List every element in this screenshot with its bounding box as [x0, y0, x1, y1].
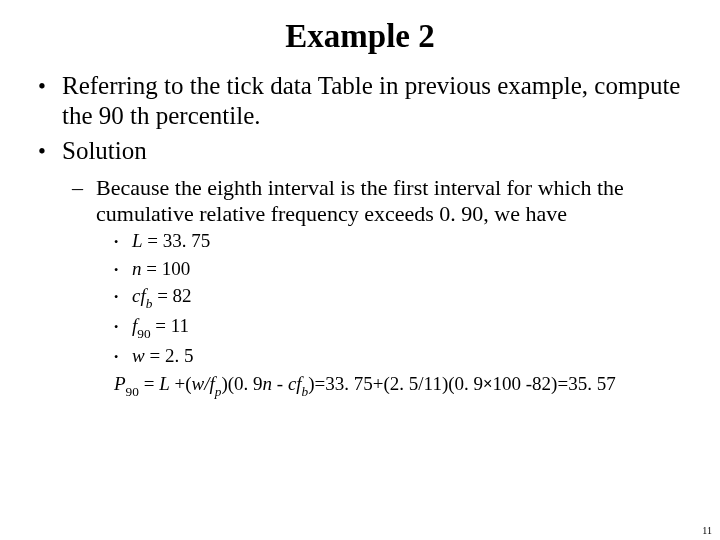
bullet-item: • Solution [38, 136, 690, 167]
var: cf [288, 373, 302, 394]
op: = [139, 373, 159, 394]
var: w [132, 345, 145, 366]
bullet-icon: • [114, 344, 132, 368]
subscript: 90 [137, 326, 150, 341]
equation-text: n = 100 [132, 257, 694, 280]
var: w/f [192, 373, 215, 394]
bullet-icon: • [114, 229, 132, 253]
bullet-item: • w = 2. 5 [114, 344, 694, 368]
val: = 82 [152, 285, 191, 306]
slide: Example 2 • Referring to the tick data T… [0, 0, 720, 540]
var: P [114, 373, 126, 394]
multiply-icon: × [483, 374, 492, 392]
subscript: b [146, 296, 153, 311]
bullet-icon: • [114, 314, 132, 338]
bullet-item: • L = 33. 75 [114, 229, 694, 253]
bullet-list-level2: – Because the eighth interval is the fir… [72, 175, 690, 227]
dash-icon: – [72, 175, 96, 201]
bullet-text: Solution [62, 136, 690, 166]
val: 100 -82)=35. 57 [493, 373, 616, 394]
bullet-list-level3: • L = 33. 75 • n = 100 • cfb = 82 • f90 … [114, 229, 694, 399]
slide-title: Example 2 [0, 0, 720, 65]
formula-line: P90 = L +(w/fp)(0. 9n - cfb)=33. 75+(2. … [114, 372, 694, 399]
val: = 11 [151, 315, 190, 336]
subscript: p [215, 384, 222, 399]
bullet-item: • f90 = 11 [114, 314, 694, 341]
val: )=33. 75+(2. 5/11)(0. 9 [308, 373, 483, 394]
var: L [132, 230, 143, 251]
var: cf [132, 285, 146, 306]
bullet-item: • cfb = 82 [114, 284, 694, 311]
bullet-text: Because the eighth interval is the first… [96, 175, 690, 227]
equation-text: L = 33. 75 [132, 229, 694, 252]
val: = 33. 75 [143, 230, 211, 251]
equation-text: w = 2. 5 [132, 344, 694, 367]
var: n [263, 373, 273, 394]
bullet-text: Referring to the tick data Table in prev… [62, 71, 690, 130]
op: +( [170, 373, 192, 394]
bullet-item: • Referring to the tick data Table in pr… [38, 71, 690, 130]
bullet-list-level1: • Referring to the tick data Table in pr… [38, 71, 690, 167]
subscript: 90 [126, 384, 139, 399]
subscript: b [302, 384, 309, 399]
val: = 2. 5 [145, 345, 194, 366]
bullet-icon: • [38, 71, 62, 102]
var: L [159, 373, 170, 394]
equation-text: f90 = 11 [132, 314, 694, 341]
equation-text: cfb = 82 [132, 284, 694, 311]
bullet-icon: • [38, 136, 62, 167]
page-number: 11 [702, 525, 712, 536]
bullet-item: • n = 100 [114, 257, 694, 281]
op: - [272, 373, 288, 394]
op: )(0. 9 [221, 373, 262, 394]
var: n [132, 258, 142, 279]
val: = 100 [142, 258, 191, 279]
bullet-icon: • [114, 257, 132, 281]
bullet-icon: • [114, 284, 132, 308]
bullet-item: – Because the eighth interval is the fir… [72, 175, 690, 227]
